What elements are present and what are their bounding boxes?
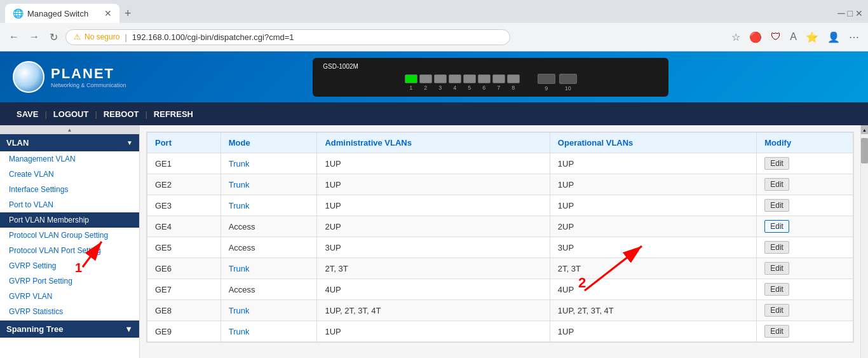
port-8 — [507, 74, 520, 83]
sidebar: ▲ VLAN ▼ Management VLAN Create VLAN Int… — [0, 125, 140, 358]
separator: | — [125, 32, 126, 42]
port-2 — [419, 74, 432, 83]
edit-button[interactable]: Edit — [764, 241, 789, 254]
tab-close-button[interactable]: ✕ — [104, 8, 112, 18]
cell-modify: Edit — [757, 237, 853, 258]
cell-modify: Edit — [757, 279, 853, 300]
back-button[interactable]: ← — [6, 29, 22, 45]
col-admin-vlans: Administrative VLANs — [317, 133, 550, 153]
forward-button[interactable]: → — [27, 29, 42, 45]
restore-button[interactable]: □ — [848, 8, 853, 18]
cell-admin-vlans: 1UP — [317, 174, 550, 195]
cell-mode: Trunk — [220, 153, 317, 174]
port-6 — [478, 74, 491, 83]
address-text: 192.168.0.100/cgi-bin/dispatcher.cgi?cmd… — [132, 32, 294, 42]
favorites-button[interactable]: ⭐ — [803, 29, 821, 46]
menu-button[interactable]: ⋯ — [846, 29, 862, 46]
top-header: PLANET Networking & Communication GSD-10… — [0, 52, 868, 102]
edit-button[interactable]: Edit — [764, 262, 789, 275]
sfp-port-group: 9 10 — [538, 74, 577, 92]
address-input[interactable]: ⚠ No seguro | 192.168.0.100/cgi-bin/disp… — [65, 29, 510, 45]
sidebar-item-gvrp-statistics[interactable]: GVRP Statistics — [0, 304, 139, 319]
cell-admin-vlans: 1UP — [317, 153, 550, 174]
port-3-wrapper: 3 — [434, 74, 447, 91]
port-5-wrapper: 5 — [463, 74, 476, 91]
sidebar-item-protocol-vlan-group[interactable]: Protocol VLAN Group Setting — [0, 228, 139, 243]
sidebar-item-gvrp-port-setting[interactable]: GVRP Port Setting — [0, 273, 139, 289]
new-tab-button[interactable]: + — [119, 7, 137, 20]
cell-modify: Edit — [757, 321, 853, 342]
cell-admin-vlans: 1UP — [317, 321, 550, 342]
minimize-button[interactable]: ─ — [837, 8, 844, 19]
col-port: Port — [147, 133, 221, 153]
switch-ports: 1 2 3 4 — [405, 74, 577, 92]
sidebar-item-management-vlan[interactable]: Management VLAN — [0, 151, 139, 167]
sfp-port-9 — [538, 74, 555, 84]
extension-button-1[interactable]: 🔴 — [747, 29, 764, 46]
page-content: PLANET Networking & Communication GSD-10… — [0, 52, 868, 358]
planet-name: PLANET — [51, 65, 126, 82]
sidebar-section-spanning-tree[interactable]: Spanning Tree ▼ — [0, 320, 139, 338]
toolbar: SAVE | LOGOUT | REBOOT | REFRESH — [0, 102, 868, 125]
cell-port: GE6 — [147, 258, 221, 279]
port-2-wrapper: 2 — [419, 74, 432, 91]
edit-button[interactable]: Edit — [764, 283, 789, 296]
cell-port: GE8 — [147, 300, 221, 321]
rj45-port-group: 1 2 3 4 — [405, 74, 520, 91]
sidebar-item-gvrp-setting[interactable]: GVRP Setting — [0, 258, 139, 273]
vlan-table-container: Port Mode Administrative VLANs Operation… — [146, 132, 854, 343]
logout-button[interactable]: LOGOUT — [47, 109, 95, 119]
port-8-wrapper: 8 — [507, 74, 520, 91]
sfp-port-10 — [559, 74, 577, 84]
table-row: GE9 Trunk 1UP 1UP Edit — [147, 321, 853, 342]
cell-oper-vlans: 1UP — [550, 195, 756, 216]
cell-oper-vlans: 1UP — [550, 153, 756, 174]
save-button[interactable]: SAVE — [10, 109, 44, 119]
edit-button[interactable]: Edit — [764, 178, 789, 191]
sidebar-item-gvrp-vlan[interactable]: GVRP VLAN — [0, 289, 139, 304]
cell-mode: Access — [220, 237, 317, 258]
planet-globe-icon — [13, 61, 44, 93]
edit-button[interactable]: Edit — [764, 304, 789, 317]
cell-port: GE4 — [147, 216, 221, 237]
refresh-button[interactable]: REFRESH — [147, 109, 200, 119]
edit-button[interactable]: Edit — [764, 199, 789, 212]
sidebar-item-protocol-vlan-port[interactable]: Protocol VLAN Port Setting — [0, 243, 139, 258]
table-row: GE6 Trunk 2T, 3T 2T, 3T Edit — [147, 258, 853, 279]
close-button[interactable]: ✕ — [855, 8, 863, 18]
browser-chrome: 🌐 Managed Switch ✕ + ─ □ ✕ ← → ↻ ⚠ No se… — [0, 0, 868, 52]
cell-mode: Trunk — [220, 258, 317, 279]
translate-button[interactable]: A — [787, 29, 799, 45]
scroll-up-button[interactable]: ▲ — [0, 125, 139, 134]
cell-modify: Edit — [757, 300, 853, 321]
port-1 — [405, 74, 417, 83]
cell-port: GE2 — [147, 174, 221, 195]
cell-admin-vlans: 2UP — [317, 216, 550, 237]
extension-button-2[interactable]: 🛡 — [768, 29, 783, 45]
scrollbar-track[interactable]: ▲ — [860, 125, 868, 358]
sidebar-item-create-vlan[interactable]: Create VLAN — [0, 167, 139, 182]
account-button[interactable]: 👤 — [825, 29, 843, 46]
active-tab[interactable]: 🌐 Managed Switch ✕ — [5, 4, 119, 23]
content-area: Port Mode Administrative VLANs Operation… — [140, 125, 860, 358]
edit-button[interactable]: Edit — [764, 220, 789, 233]
sidebar-section-vlan[interactable]: VLAN ▼ — [0, 134, 139, 151]
spanning-tree-section-label: Spanning Tree — [6, 324, 64, 334]
reload-button[interactable]: ↻ — [47, 29, 60, 46]
sidebar-item-port-to-vlan[interactable]: Port to VLAN — [0, 197, 139, 212]
edit-button[interactable]: Edit — [764, 157, 789, 170]
sidebar-item-interface-settings[interactable]: Interface Settings — [0, 182, 139, 197]
edit-button[interactable]: Edit — [764, 325, 789, 338]
cell-mode: Access — [220, 216, 317, 237]
sidebar-item-port-vlan-membership[interactable]: Port VLAN Membership — [0, 212, 139, 228]
security-warning-icon: ⚠ — [74, 32, 81, 41]
scrollbar-thumb[interactable] — [861, 138, 868, 163]
cell-port: GE7 — [147, 279, 221, 300]
tab-title: Managed Switch — [27, 9, 100, 18]
bookmark-button[interactable]: ☆ — [729, 29, 743, 46]
scroll-top-button[interactable]: ▲ — [861, 125, 868, 134]
reboot-button[interactable]: REBOOT — [97, 109, 146, 119]
address-bar: ← → ↻ ⚠ No seguro | 192.168.0.100/cgi-bi… — [0, 23, 868, 51]
cell-admin-vlans: 1UP, 2T, 3T, 4T — [317, 300, 550, 321]
cell-admin-vlans: 1UP — [317, 195, 550, 216]
